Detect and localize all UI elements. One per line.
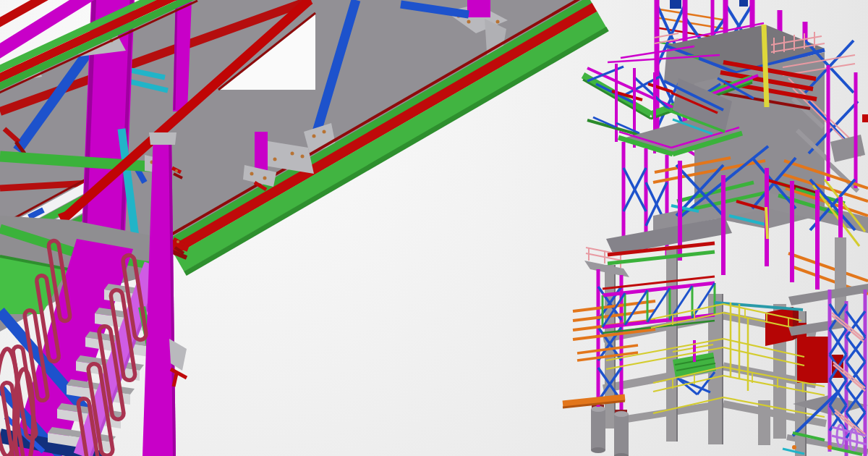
orange-beam [827,445,832,449]
bolt [496,20,500,24]
bolt [301,155,305,159]
teal-beam [715,303,803,310]
red-equipment-box [797,337,830,383]
red-beam [648,84,673,92]
navy-beam [739,0,748,7]
gray-slab [614,414,629,456]
red-beam [603,276,715,289]
bolt [467,20,471,24]
gusset-plate [149,132,176,145]
concrete-frame [666,246,678,442]
blue-brace [680,379,710,392]
bolt [312,135,316,138]
bolt [263,177,267,180]
yellow-handrail [723,347,804,366]
yellow-pipe [764,25,767,107]
model-render [0,0,868,456]
magenta-column-or-beam [467,0,490,17]
orange-beam [788,253,868,281]
blue-brace [587,67,624,81]
red-beam [862,114,868,122]
pier-base [591,447,605,453]
bolt [176,240,179,243]
viewport-3d [0,0,868,456]
yellow-pipe [766,207,767,239]
concrete-frame [758,400,770,445]
gray-slab [591,409,605,450]
bolt [250,172,254,176]
pier-top [614,411,629,417]
bolt [273,158,277,161]
bolt [323,130,326,134]
left-structure-closeup [0,0,608,456]
blue-brace [625,290,647,325]
pier-top [591,406,605,412]
navy-beam [670,0,681,9]
bolt [175,169,178,172]
right-structure-overview [563,0,868,456]
orange-beam [792,445,796,449]
gray-slab [830,135,865,162]
yellow-handrail [723,339,804,357]
bolt [291,152,294,156]
